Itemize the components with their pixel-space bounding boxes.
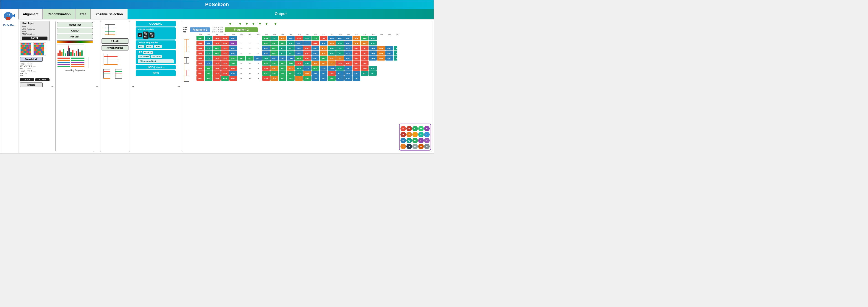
codon-r1-12: TCT — [311, 36, 319, 40]
codon-r7-dot1: ··· — [238, 66, 245, 71]
codon-r9-dot1: ··· — [238, 76, 245, 81]
green-triangles-row: ▼ ▼ ▼ ▼ ▼ ▼ ▼ — [183, 22, 431, 26]
col-num-582: 582 — [394, 34, 402, 35]
codeml-button[interactable]: CODEML — [136, 21, 176, 27]
svg-rect-12 — [70, 52, 72, 56]
codon-r4-6: AAG — [262, 51, 270, 56]
codon-r3-8: AGT — [279, 46, 286, 51]
col-num-558: 558 — [197, 34, 205, 35]
aa-E: E — [406, 126, 412, 131]
color-row-5 — [21, 51, 32, 53]
codon-r3-3: AAA — [213, 46, 221, 51]
codon-r1-15: AGC — [336, 36, 344, 40]
codon-r2-11: TTT — [303, 41, 311, 46]
frag-row-5 — [58, 66, 88, 67]
codon-r8-dot3: ··· — [254, 71, 262, 76]
codon-r8-5: CAA — [229, 71, 237, 76]
model-m0[interactable]: M0 — [137, 33, 143, 37]
codon-r4-22: ATC — [394, 51, 397, 56]
codon-r3-21: AAG — [385, 46, 393, 51]
frag-row-3 — [58, 62, 88, 63]
codon-r9-7: ATG — [270, 76, 278, 81]
codon-r7-9: AGA — [287, 66, 294, 71]
codon-r6-16: GAG — [344, 61, 352, 65]
alignment-vis-group — [20, 42, 50, 56]
codon-r4-8: AGT — [279, 51, 286, 56]
codon-r1-11: ACT — [303, 36, 311, 40]
translatorx-button[interactable]: TranslatorX — [20, 57, 43, 62]
poseidon-logo-icon — [2, 11, 16, 23]
tab-output[interactable]: Output — [128, 9, 434, 19]
arrow-align-to-recombo: → — [51, 85, 54, 88]
codon-row-9: GAG AAG GAG AAG GAA ··· ··· ··· GAA ATG — [196, 76, 397, 81]
newick-button[interactable]: Newick Utilities — [101, 45, 128, 51]
col-num-562: 562 — [229, 34, 237, 35]
codon-r5-21: GAT — [361, 56, 369, 60]
aa-aln-button[interactable]: AA ALN — [35, 78, 50, 81]
seq-text-group: >seq1 GTT ATG AAG ... >seq2 GTA CTG AAA … — [20, 63, 50, 77]
kh-test-button[interactable]: KH test — [57, 34, 93, 39]
col-num-576: 576 — [345, 34, 352, 35]
aa-color-row-3 — [34, 47, 45, 49]
codon-r6-2: GCC — [205, 61, 212, 65]
freq-f3x4[interactable]: F3x4 — [154, 45, 162, 48]
beb-button[interactable]: BEB — [136, 71, 176, 76]
lrt-m8am8[interactable]: M8a vs M8 — [151, 55, 162, 58]
aa-color-row-6 — [34, 53, 45, 55]
col-num-574: 574 — [328, 34, 336, 35]
chi-squared-button[interactable]: Chi-squared test — [137, 59, 174, 63]
codon-r1-13: GAA — [320, 36, 328, 40]
codon-r3-16: CTG — [344, 46, 352, 51]
ns-title: NS site models — [137, 28, 174, 31]
freq-f61[interactable]: F61 — [137, 45, 145, 48]
nt-aln-button[interactable]: NT ALN — [20, 78, 34, 81]
lrt-m7m8[interactable]: M7 vs M8 — [143, 51, 153, 54]
codon-r1-9: TTG — [287, 36, 294, 40]
aa-F: F — [418, 132, 424, 137]
codon-freq-title: Codon frequencies — [137, 41, 174, 44]
codon-r7-10: ACA — [295, 66, 303, 71]
model-m2a-m8[interactable]: M2aM8 — [149, 32, 155, 38]
codon-row-8: GAG AAT GAA GAA CAA ··· ··· ··· AAC AAG — [196, 71, 397, 76]
model-m1a-m7-m8a[interactable]: M1aM7M8a — [143, 31, 149, 38]
tab-tree[interactable]: Tree — [75, 9, 91, 19]
freq-f1x4[interactable]: F1x4 — [145, 45, 153, 48]
col-num-570: 570 — [295, 34, 303, 35]
lrt-label: LRT — [137, 51, 142, 54]
raxml-button[interactable]: RAxML — [101, 38, 128, 44]
svg-rect-6 — [59, 51, 61, 56]
gard-button[interactable]: GARD — [57, 28, 93, 33]
col-num-560: 560 — [213, 34, 221, 35]
svg-rect-17 — [80, 52, 81, 56]
fasta-button[interactable]: FASTA — [22, 36, 48, 40]
codon-r3-19: CAG — [369, 46, 377, 51]
aa-K: K — [424, 126, 430, 131]
color-row-2 — [21, 45, 32, 47]
color-row-6 — [21, 53, 32, 55]
aa-seq-text: >seq1 V M R ... >seq2 V L R ... — [28, 63, 36, 77]
tab-positive-selection[interactable]: Positive Selection — [91, 9, 127, 19]
codon-r8-18: AGT — [361, 71, 369, 76]
codon-r9-10: TTT — [295, 76, 303, 81]
codon-r6-18: GAC — [361, 61, 369, 65]
model-test-button[interactable]: Model test — [57, 22, 93, 27]
aa-V: V — [424, 138, 430, 143]
nt-seq-text: >seq1 GTT ATG AAG ... >seq2 GTA CTG AAA … — [20, 63, 27, 77]
muscle-button[interactable]: Muscle — [20, 82, 43, 87]
lrt-m1am2a[interactable]: M1a vs M2a — [137, 55, 150, 58]
codon-r6-7: AAG — [270, 61, 278, 65]
codon-r3-1: GAA — [196, 46, 204, 51]
codon-row-2: GAA TTA GAA GAA NAC ··· ··· ··· AAG AAG — [196, 41, 397, 46]
codon-r8-10: TCA — [295, 71, 303, 76]
tab-alignment[interactable]: Alignment — [19, 9, 43, 19]
fragments-vis — [57, 57, 89, 68]
codon-r5-7: GGT — [246, 56, 253, 60]
lrt-box: LRT M7 vs M8 M1a vs M2a M8a vs M8 Chi-sq… — [136, 50, 176, 64]
main-container: PoSeiDon PoSeiDon Alignment — [0, 0, 434, 154]
codon-r8-1: GAG — [196, 71, 204, 76]
codon-r9-14: AAC — [328, 76, 336, 81]
codon-r1-8: ACC — [279, 36, 286, 40]
aa-I: I — [400, 144, 406, 149]
tab-recombination[interactable]: Recombination — [43, 9, 75, 19]
codon-r1-19: ATC — [369, 36, 377, 40]
